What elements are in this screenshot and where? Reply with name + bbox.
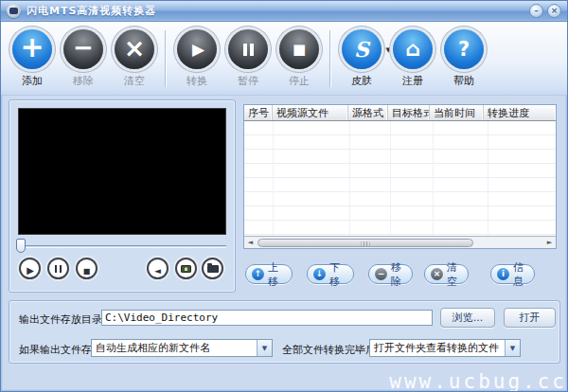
toolbar-separator [329, 30, 331, 87]
after-convert-label: 全部文件转换完毕后: [282, 343, 380, 357]
convert-button[interactable]: 转换 [171, 27, 222, 88]
minus-icon [63, 29, 103, 69]
column-header-srcfmt[interactable]: 源格式 [348, 105, 388, 120]
video-preview [18, 108, 226, 235]
column-separator [273, 121, 274, 236]
column-separator [433, 121, 434, 236]
move-up-button[interactable]: ↑ 上移 [245, 264, 293, 284]
help-icon [444, 29, 484, 69]
pause-icon [55, 265, 62, 273]
column-header-time[interactable]: 当前时间 [430, 105, 484, 120]
scroll-left-arrow-icon[interactable]: ◄ [244, 237, 257, 248]
list-clear-button[interactable]: × 清空 [424, 264, 469, 284]
help-button[interactable]: 帮助 [438, 27, 489, 88]
clear-icon: × [431, 268, 443, 280]
window-title: 闪电MTS高清视频转换器 [27, 4, 156, 18]
preview-panel [9, 99, 236, 293]
preview-pause-button[interactable] [47, 258, 69, 279]
scrollbar-thumb[interactable] [257, 239, 473, 247]
add-button[interactable]: 添加 [7, 27, 58, 88]
remove-button[interactable]: 移除 [58, 27, 109, 88]
output-directory-input[interactable] [101, 310, 433, 326]
chevron-down-icon[interactable]: ▼ [505, 340, 520, 356]
register-button[interactable]: 注册 [387, 27, 438, 88]
info-icon: i [497, 268, 509, 280]
clear-button[interactable]: 清空 [109, 27, 160, 88]
file-list-table: 序号 视频源文件 源格式 目标格式 当前时间 转换进度 ◄ ► [243, 104, 557, 249]
open-button[interactable]: 打开 [504, 308, 556, 328]
column-header-index[interactable]: 序号 [244, 105, 273, 120]
app-window: 闪电MTS高清视频转换器 – × 添加 移除 清空 转换 暂停 [0, 0, 568, 392]
clear-icon [115, 29, 154, 69]
app-icon [7, 4, 21, 18]
file-list-body [244, 121, 556, 236]
title-bar: 闪电MTS高清视频转换器 – × [1, 1, 567, 22]
table-header-row: 序号 视频源文件 源格式 目标格式 当前时间 转换进度 [244, 105, 556, 121]
column-header-progress[interactable]: 转换进度 [484, 105, 556, 120]
output-settings-panel: 输出文件存放目录: 浏览... 打开 如果输出文件存在: 自动生成相应的新文件名… [9, 300, 560, 364]
stop-button[interactable]: 停止 [274, 27, 325, 88]
toolbar: 添加 移除 清空 转换 暂停 停止 皮肤 ▼ [1, 22, 567, 96]
column-separator [349, 121, 350, 236]
down-arrow-icon: ↓ [313, 268, 326, 280]
list-remove-button[interactable]: − 移除 [368, 264, 413, 284]
skin-button[interactable]: 皮肤 ▼ [336, 27, 387, 88]
minus-icon: − [375, 268, 387, 280]
column-header-source[interactable]: 视频源文件 [273, 105, 348, 120]
seek-slider-thumb[interactable] [16, 239, 26, 253]
preview-play-button[interactable] [19, 258, 41, 279]
chevron-down-icon[interactable]: ▼ [257, 340, 272, 356]
camera-icon [181, 265, 191, 273]
up-arrow-icon: ↑ [252, 268, 264, 280]
scroll-right-arrow-icon[interactable]: ► [543, 237, 556, 248]
play-icon [177, 29, 217, 69]
file-exists-select[interactable]: 自动生成相应的新文件名 ▼ [91, 339, 273, 357]
snapshot-button[interactable] [175, 258, 197, 279]
output-dir-label: 输出文件存放目录: [19, 312, 106, 327]
horizontal-scrollbar[interactable]: ◄ ► [244, 236, 556, 248]
toolbar-separator [165, 30, 167, 87]
column-separator [390, 121, 391, 236]
home-icon [393, 29, 433, 69]
close-button[interactable]: × [547, 4, 561, 18]
browse-button[interactable]: 浏览... [440, 308, 495, 328]
volume-button[interactable] [147, 258, 169, 279]
stop-icon [279, 29, 319, 69]
skin-icon [342, 29, 382, 69]
info-button[interactable]: i 信息 [490, 264, 535, 284]
column-separator [488, 121, 488, 236]
preview-stop-button[interactable] [76, 258, 98, 279]
after-convert-select[interactable]: 打开文件夹查看转换的文件 ▼ [369, 339, 521, 357]
speaker-icon [154, 259, 161, 277]
seek-slider[interactable] [18, 245, 226, 248]
minimize-button[interactable]: – [529, 4, 543, 18]
pause-icon [228, 29, 268, 69]
watermark: www.ucbug.cc [389, 370, 567, 392]
plus-icon [12, 29, 52, 69]
move-down-button[interactable]: ↓ 下移 [307, 264, 354, 284]
pause-button[interactable]: 暂停 [222, 27, 274, 88]
folder-icon [207, 265, 219, 273]
stop-icon [83, 259, 91, 277]
play-icon [26, 259, 34, 277]
column-header-dstfmt[interactable]: 目标格式 [388, 105, 430, 120]
fullscreen-button[interactable] [202, 258, 223, 279]
